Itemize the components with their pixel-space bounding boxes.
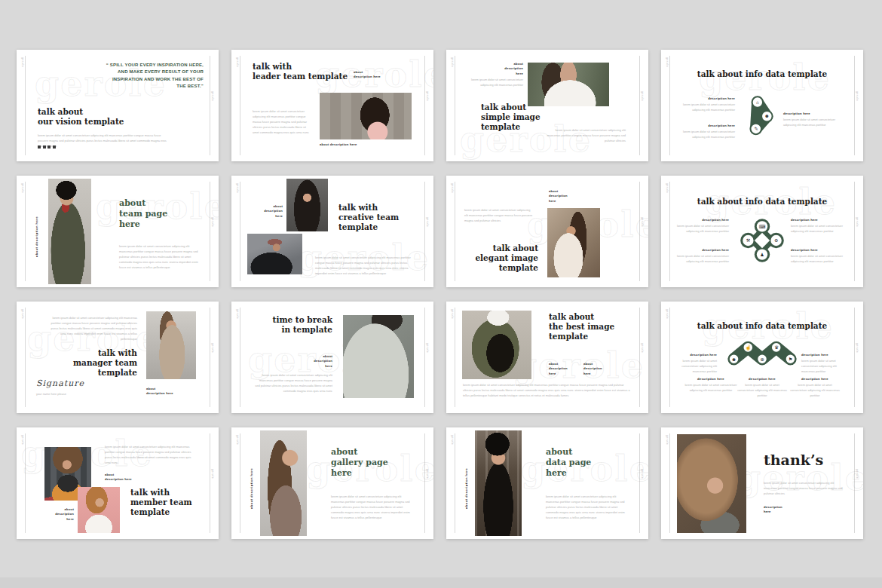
slide-title: talk about simple image template [481, 103, 541, 132]
description-text: lorem ipsum dolor sit amet consectetuer … [670, 358, 717, 374]
slide-simple-image[interactable]: gerole gerole gerole about description h… [446, 50, 648, 161]
description-text: lorem ipsum dolor sit amet consectetuer … [675, 253, 729, 264]
thumbs-up-icon: ☝ [745, 345, 751, 351]
edge-line-left [25, 56, 26, 155]
edge-text-left: gerole [451, 183, 454, 193]
slide-title: talk with member team template [130, 488, 192, 517]
edge-text-right: gerole [426, 217, 429, 227]
slide-title: talk about info data template [661, 197, 863, 207]
about-label: about description here [253, 204, 283, 219]
photo-creative-1 [286, 179, 328, 231]
about-label: about description here [146, 387, 173, 397]
edge-line-right [210, 433, 210, 533]
slide-thanks[interactable]: gerole gerole gerole thank’s lorem ipsum… [661, 427, 863, 539]
photo-gallery [260, 430, 307, 536]
about-label: about description here [105, 473, 132, 482]
slide-title: time to break in template [254, 315, 332, 335]
edge-line-right [424, 308, 425, 407]
photo-thanks [677, 434, 746, 533]
edge-text-left: gerole [236, 435, 239, 445]
description-label: description here [791, 218, 850, 222]
edge-text-right: gerole [856, 469, 859, 479]
body-text: lorem ipsum dolor sit amet consectetuer … [45, 315, 137, 341]
description-text: lorem ipsum dolor sit amet consectetuer … [791, 223, 847, 234]
slide-gallery-page[interactable]: gerole gerole gerole about description h… [231, 427, 433, 539]
edge-line-right [854, 433, 855, 533]
description-label: description here [737, 377, 788, 381]
slide-creative-team[interactable]: gerole gerole gerole about description h… [231, 176, 433, 287]
body-text: lorem ipsum dolor sit amet consectetuer … [254, 372, 332, 394]
home-icon: ⌂ [756, 100, 759, 105]
slide-title: talk about info data template [661, 321, 863, 331]
edge-line-right [639, 182, 640, 281]
slide-best-image[interactable]: gerole gerole gerole talk about the best… [446, 302, 648, 413]
edge-text-left: gerole [21, 57, 24, 67]
edge-text-left: gerole [666, 57, 669, 67]
description-label: description here [789, 377, 841, 381]
clover-diagram: ⌨ ⚙ ♟ ⚒ [740, 218, 785, 263]
description-label: description here [676, 124, 735, 128]
body-text: lorem ipsum dolor sit amet consectetuer … [546, 494, 629, 520]
description-text: lorem ipsum dolor sit amet consectetuer … [801, 358, 848, 374]
slide-manager-team[interactable]: gerole gerole gerole lorem ipsum dolor s… [17, 302, 219, 413]
edge-line-left [25, 308, 26, 407]
edge-text-left: gerole [236, 183, 239, 193]
description-label: description here [675, 248, 729, 253]
edge-line-left [455, 308, 455, 407]
edge-text-left: gerole [451, 435, 454, 445]
zigzag-diagram: ☻ ☝ ⊕ ♛ ⚑ [726, 338, 798, 371]
slide-title: talk with creative team template [338, 203, 399, 232]
edge-line-left [240, 182, 240, 281]
photo-manager [146, 311, 196, 379]
about-label: about description here [45, 507, 74, 522]
description-label: description here [684, 377, 738, 381]
edge-text-right: gerole [426, 343, 429, 353]
body-text: lorem ipsum dolor sit amet consectetuer … [460, 77, 523, 87]
edge-line-left [455, 182, 455, 281]
slide-title: talk about info data template [661, 69, 863, 79]
body-text: lorem ipsum dolor sit amet consectetuer … [315, 255, 421, 276]
slide-title: talk with leader team template [253, 62, 348, 81]
slide-team-page[interactable]: gerole gerole gerole about description h… [17, 176, 219, 287]
edge-text-right: gerole [211, 469, 214, 479]
slide-title: thank’s [764, 452, 823, 470]
slide-leader-team[interactable]: gerole gerole gerole talk with leader te… [231, 50, 433, 161]
facebook-icon [38, 145, 41, 149]
edge-line-right [424, 182, 425, 281]
description-text: lorem ipsum dolor sit amet consectetuer … [676, 129, 735, 139]
truck-icon: ⚙ [774, 238, 778, 243]
about-label: about description here [549, 189, 568, 204]
edge-line-right [210, 182, 210, 281]
edge-text-left: gerole [666, 309, 669, 319]
description-label: description here [675, 218, 729, 222]
description-text: lorem ipsum dolor sit amet consectetuer … [684, 382, 738, 393]
edge-line-left [25, 433, 26, 533]
photo-best [462, 311, 531, 379]
edge-text-right: gerole [856, 91, 859, 101]
slide-time-to-break[interactable]: gerole gerole gerole time to break in te… [231, 302, 433, 413]
body-text: lorem ipsum dolor sit amet consectetuer … [463, 382, 632, 398]
slide-elegant-image[interactable]: gerole gerole gerole about description h… [446, 176, 648, 287]
body-text: lorem ipsum dolor sit amet consectetuer … [38, 133, 170, 149]
edge-line-left [455, 433, 455, 533]
signature-text: Signature [36, 378, 84, 388]
slide-vision[interactable]: gerole gerole gerole “ SPILL YOUR EVERY … [17, 50, 219, 161]
slide-title: about gallery page here [331, 447, 388, 478]
edge-text-left: gerole [236, 57, 239, 67]
slide-info-data-spinner[interactable]: gerole gerole gerole talk about info dat… [661, 50, 863, 161]
slide-info-data-zigzag[interactable]: gerole gerole gerole talk about info dat… [661, 302, 863, 413]
edge-line-left [240, 433, 240, 533]
edge-line-right [424, 433, 425, 533]
slide-info-data-clover[interactable]: gerole gerole gerole talk about info dat… [661, 176, 863, 287]
slide-member-team[interactable]: gerole gerole gerole lorem ipsum dolor s… [17, 427, 219, 539]
edge-line-left [669, 433, 670, 533]
body-text: lorem ipsum dolor sit amet consectetuer … [119, 243, 201, 270]
description-label: description here [670, 353, 717, 357]
slide-grid: gerole gerole gerole “ SPILL YOUR EVERY … [17, 50, 863, 539]
body-text: lorem ipsum dolor sit amet consectetuer … [464, 207, 534, 223]
edge-line-right [639, 308, 640, 407]
photo-data [475, 430, 522, 536]
slide-data-page[interactable]: gerole gerole gerole about description h… [446, 427, 648, 539]
about-label-vertical: about description here [464, 462, 468, 509]
description-text: lorem ipsum dolor sit amet consectetuer … [676, 102, 735, 112]
